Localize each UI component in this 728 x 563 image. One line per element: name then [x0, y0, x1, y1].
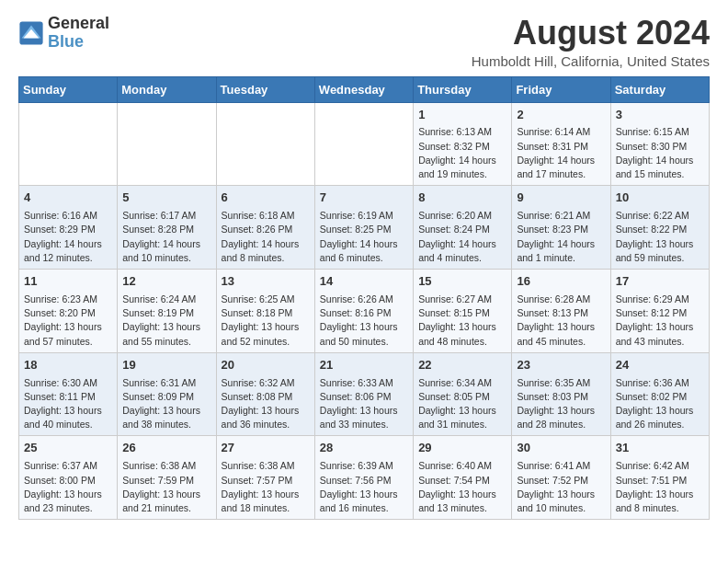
cell-text-line: Daylight: 13 hours [24, 488, 112, 501]
cell-text-line: and 50 minutes. [320, 335, 408, 349]
day-number: 4 [24, 190, 112, 207]
cell-text-line: and 16 minutes. [320, 501, 408, 515]
cell-text-line: and 45 minutes. [517, 335, 605, 349]
day-number: 1 [418, 107, 506, 124]
calendar-cell: 1Sunrise: 6:13 AMSunset: 8:32 PMDaylight… [414, 102, 512, 186]
calendar-cell: 20Sunrise: 6:32 AMSunset: 8:08 PMDayligh… [216, 352, 314, 436]
cell-text-line: Daylight: 14 hours [24, 237, 112, 251]
cell-text-line: Sunset: 8:13 PM [517, 306, 605, 320]
cell-text-line: and 10 minutes. [122, 251, 210, 265]
calendar-cell: 29Sunrise: 6:40 AMSunset: 7:54 PMDayligh… [414, 436, 512, 520]
cell-text-line: and 19 minutes. [418, 167, 506, 181]
cell-text-line: Sunrise: 6:20 AM [418, 209, 506, 223]
cell-text-line: and 43 minutes. [616, 335, 704, 349]
calendar-cell: 9Sunrise: 6:21 AMSunset: 8:23 PMDaylight… [512, 186, 610, 270]
cell-text-line: Sunset: 8:05 PM [418, 390, 506, 404]
cell-text-line: and 1 minute. [517, 251, 605, 265]
cell-text-line: Sunrise: 6:31 AM [122, 376, 210, 390]
day-number: 24 [616, 357, 704, 374]
cell-text-line: Sunset: 8:02 PM [616, 390, 704, 404]
cell-text-line: Daylight: 13 hours [517, 488, 605, 501]
cell-text-line: Sunset: 8:03 PM [517, 390, 605, 404]
cell-text-line: Sunset: 8:22 PM [616, 223, 704, 236]
calendar-cell: 22Sunrise: 6:34 AMSunset: 8:05 PMDayligh… [414, 352, 512, 436]
logo-line1: General [48, 15, 109, 33]
calendar-cell: 4Sunrise: 6:16 AMSunset: 8:29 PMDaylight… [19, 186, 118, 270]
cell-text-line: Sunrise: 6:41 AM [517, 459, 605, 473]
cell-text-line: Sunset: 8:11 PM [24, 390, 112, 404]
cell-text-line: Sunrise: 6:25 AM [222, 293, 310, 306]
cell-text-line: Daylight: 13 hours [24, 404, 112, 418]
cell-text-line: Sunset: 8:00 PM [24, 474, 112, 488]
day-number: 16 [517, 273, 605, 291]
cell-text-line: Sunset: 8:16 PM [320, 306, 408, 320]
cell-text-line: Daylight: 13 hours [222, 404, 310, 418]
calendar-cell: 24Sunrise: 6:36 AMSunset: 8:02 PMDayligh… [610, 352, 709, 436]
day-number: 26 [122, 440, 210, 457]
cell-text-line: Sunrise: 6:36 AM [616, 376, 704, 390]
calendar-row-1: 4Sunrise: 6:16 AMSunset: 8:29 PMDaylight… [19, 186, 710, 270]
calendar-cell: 3Sunrise: 6:15 AMSunset: 8:30 PMDaylight… [610, 102, 709, 186]
cell-text-line: Sunset: 7:56 PM [320, 474, 408, 488]
weekday-header-friday: Friday [512, 76, 610, 102]
cell-text-line: Daylight: 13 hours [222, 320, 310, 334]
logo-icon [18, 20, 44, 46]
cell-text-line: Daylight: 13 hours [616, 237, 704, 251]
day-number: 31 [616, 440, 704, 457]
cell-text-line: Sunset: 8:12 PM [616, 306, 704, 320]
cell-text-line: Sunrise: 6:22 AM [616, 209, 704, 223]
calendar-cell: 8Sunrise: 6:20 AMSunset: 8:24 PMDaylight… [414, 186, 512, 270]
cell-text-line: Sunset: 8:26 PM [222, 223, 310, 236]
day-number: 17 [616, 273, 704, 291]
weekday-header-sunday: Sunday [19, 76, 118, 102]
cell-text-line: Daylight: 13 hours [418, 404, 506, 418]
calendar-cell [19, 102, 118, 186]
cell-text-line: and 12 minutes. [24, 251, 112, 265]
cell-text-line: Sunset: 8:29 PM [24, 223, 112, 236]
day-number: 29 [418, 440, 506, 457]
day-number: 6 [222, 190, 310, 207]
weekday-header-tuesday: Tuesday [216, 76, 314, 102]
day-number: 28 [320, 440, 408, 457]
cell-text-line: and 8 minutes. [616, 501, 704, 515]
cell-text-line: Sunrise: 6:34 AM [418, 376, 506, 390]
calendar-body: 1Sunrise: 6:13 AMSunset: 8:32 PMDaylight… [19, 102, 710, 520]
cell-text-line: and 40 minutes. [24, 418, 112, 431]
cell-text-line: Sunset: 8:06 PM [320, 390, 408, 404]
cell-text-line: Sunset: 8:19 PM [122, 306, 210, 320]
cell-text-line: and 17 minutes. [517, 167, 605, 181]
calendar-cell: 15Sunrise: 6:27 AMSunset: 8:15 PMDayligh… [414, 270, 512, 353]
cell-text-line: Sunrise: 6:13 AM [418, 125, 506, 139]
cell-text-line: Sunrise: 6:32 AM [222, 376, 310, 390]
day-number: 20 [222, 357, 310, 374]
cell-text-line: and 6 minutes. [320, 251, 408, 265]
calendar-cell [216, 102, 314, 186]
cell-text-line: Sunrise: 6:42 AM [616, 459, 704, 473]
cell-text-line: Sunset: 8:09 PM [122, 390, 210, 404]
cell-text-line: Sunset: 8:28 PM [122, 223, 210, 236]
calendar-cell: 13Sunrise: 6:25 AMSunset: 8:18 PMDayligh… [216, 270, 314, 353]
title-block: August 2024 Humboldt Hill, California, U… [472, 15, 710, 69]
day-number: 22 [418, 357, 506, 374]
cell-text-line: Daylight: 13 hours [418, 488, 506, 501]
day-number: 27 [222, 440, 310, 457]
cell-text-line: Sunrise: 6:24 AM [122, 293, 210, 306]
cell-text-line: Daylight: 13 hours [122, 488, 210, 501]
cell-text-line: Sunrise: 6:30 AM [24, 376, 112, 390]
page-subtitle: Humboldt Hill, California, United States [472, 53, 710, 69]
day-number: 14 [320, 273, 408, 291]
cell-text-line: Sunrise: 6:18 AM [222, 209, 310, 223]
cell-text-line: Sunrise: 6:35 AM [517, 376, 605, 390]
calendar-cell: 7Sunrise: 6:19 AMSunset: 8:25 PMDaylight… [314, 186, 413, 270]
calendar-cell: 19Sunrise: 6:31 AMSunset: 8:09 PMDayligh… [118, 352, 216, 436]
logo: General Blue [18, 15, 109, 52]
day-number: 21 [320, 357, 408, 374]
calendar-table: SundayMondayTuesdayWednesdayThursdayFrid… [18, 76, 710, 521]
cell-text-line: and 36 minutes. [222, 418, 310, 431]
cell-text-line: Sunrise: 6:23 AM [24, 293, 112, 306]
calendar-cell: 28Sunrise: 6:39 AMSunset: 7:56 PMDayligh… [314, 436, 413, 520]
cell-text-line: Daylight: 14 hours [418, 154, 506, 167]
cell-text-line: and 21 minutes. [122, 501, 210, 515]
cell-text-line: and 26 minutes. [616, 418, 704, 431]
cell-text-line: Sunset: 8:08 PM [222, 390, 310, 404]
